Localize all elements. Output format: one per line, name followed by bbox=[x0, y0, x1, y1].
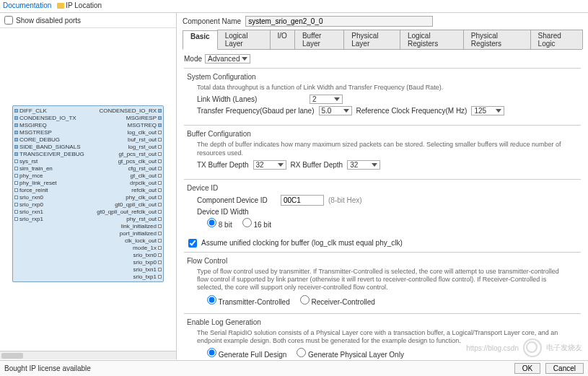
port-msgtreq[interactable]: MSGTREQ bbox=[128, 122, 162, 128]
ok-button[interactable]: OK bbox=[514, 363, 540, 374]
port-refclk_out[interactable]: refclk_out bbox=[131, 187, 162, 193]
left-pane: Show disabled ports DIFF_CLKCONDENSED_IO… bbox=[0, 13, 177, 359]
port-cfg_rst_out[interactable]: cfg_rst_out bbox=[128, 165, 162, 172]
gen-full-radio[interactable]: Generate Full Design bbox=[207, 348, 286, 359]
license-status: Bought IP license available bbox=[4, 364, 91, 372]
flow-tx-radio[interactable]: Transmitter-Controlled bbox=[207, 295, 290, 306]
device-id-title: Device ID bbox=[187, 184, 578, 192]
port-srio_rxn0[interactable]: srio_rxn0 bbox=[14, 194, 43, 201]
component-name-field[interactable] bbox=[245, 16, 433, 27]
port-side_band_signals[interactable]: SIDE_BAND_SIGNALS bbox=[14, 144, 80, 150]
documentation-link[interactable]: Documentation bbox=[3, 1, 51, 11]
port-core_debug[interactable]: CORE_DEBUG bbox=[14, 136, 60, 143]
gen-phys-radio[interactable]: Generate Physical Layer Only bbox=[297, 348, 404, 359]
port-log_clk_out[interactable]: log_clk_out bbox=[128, 129, 162, 136]
show-disabled-label: Show disabled ports bbox=[16, 17, 81, 25]
port-srio_rxp0[interactable]: srio_rxp0 bbox=[14, 201, 43, 208]
device-width-8bit[interactable]: 8 bit bbox=[207, 218, 232, 229]
unified-clocking-checkbox[interactable] bbox=[188, 239, 197, 248]
device-id-hint: (8-bit Hex) bbox=[328, 196, 362, 204]
system-config-desc: Total data throughput is a function of L… bbox=[197, 84, 578, 92]
tab-shared-logic[interactable]: Shared Logic bbox=[530, 30, 583, 49]
port-srio_rxp1[interactable]: srio_rxp1 bbox=[14, 216, 43, 222]
ip-block: DIFF_CLKCONDENSED_IO_TXMSGIREQMSGTRESPCO… bbox=[12, 105, 164, 282]
port-sim_train_en[interactable]: sim_train_en bbox=[14, 165, 53, 172]
right-pane: Component Name BasicLogical LayerI/OBuff… bbox=[177, 13, 588, 359]
ref-clk-select[interactable]: 125 bbox=[471, 106, 504, 115]
port-phy_link_reset[interactable]: phy_link_reset bbox=[14, 180, 57, 186]
tx-depth-select[interactable]: 32 bbox=[253, 160, 286, 170]
tab-i/o[interactable]: I/O bbox=[270, 30, 295, 49]
mode-select[interactable]: Advanced bbox=[205, 54, 250, 64]
tab-buffer-layer[interactable]: Buffer Layer bbox=[294, 30, 344, 49]
system-config-title: System Configuration bbox=[187, 73, 578, 81]
component-device-id-field[interactable] bbox=[281, 195, 324, 206]
port-transceiver_debug[interactable]: TRANSCEIVER_DEBUG bbox=[14, 151, 84, 157]
device-width-16bit[interactable]: 16 bit bbox=[242, 218, 271, 229]
folder-icon bbox=[57, 3, 64, 9]
port-gt_clk_out[interactable]: gt_clk_out bbox=[131, 172, 162, 179]
unified-clocking-label: Assume unified clocking for buffer (log_… bbox=[201, 239, 403, 247]
port-condensed_io_rx[interactable]: CONDENSED_IO_RX bbox=[99, 108, 162, 114]
left-scrollbar[interactable] bbox=[0, 351, 176, 359]
port-srio_rxn1[interactable]: srio_rxn1 bbox=[14, 209, 43, 215]
mode-label: Mode bbox=[184, 55, 202, 63]
chevron-down-icon bbox=[242, 57, 247, 61]
port-msgireq[interactable]: MSGIREQ bbox=[14, 122, 47, 128]
tab-basic[interactable]: Basic bbox=[183, 30, 218, 50]
component-device-id-label: Component Device ID bbox=[197, 196, 276, 204]
footer-bar: Bought IP license available OK Cancel bbox=[0, 360, 588, 376]
rx-depth-select[interactable]: 32 bbox=[347, 160, 380, 170]
tab-logical-layer[interactable]: Logical Layer bbox=[217, 30, 271, 49]
port-link_initialized[interactable]: link_initialized bbox=[121, 223, 162, 229]
chevron-down-icon bbox=[278, 163, 284, 167]
link-width-select[interactable]: 2 bbox=[310, 95, 343, 104]
port-log_rst_out[interactable]: log_rst_out bbox=[128, 144, 162, 150]
port-sys_rst[interactable]: sys_rst bbox=[14, 158, 38, 165]
port-phy_clk_out[interactable]: phy_clk_out bbox=[126, 194, 162, 201]
port-srio_txn0[interactable]: srio_txn0 bbox=[133, 252, 162, 258]
chevron-down-icon bbox=[343, 109, 349, 113]
tab-physical-registers[interactable]: Physical Registers bbox=[463, 30, 531, 49]
flow-rx-radio[interactable]: Receiver-Controlled bbox=[300, 295, 375, 306]
port-clk_lock_out[interactable]: clk_lock_out bbox=[125, 237, 162, 244]
cancel-button[interactable]: Cancel bbox=[545, 363, 584, 374]
tab-physical-layer[interactable]: Physical Layer bbox=[343, 30, 400, 49]
port-phy_rst_out[interactable]: phy_rst_out bbox=[126, 216, 162, 222]
port-mode_1x[interactable]: mode_1x bbox=[133, 245, 162, 251]
component-name-label: Component Name bbox=[183, 17, 241, 25]
port-diff_clk[interactable]: DIFF_CLK bbox=[14, 108, 47, 114]
rx-depth-label: RX Buffer Depth bbox=[291, 161, 343, 169]
port-condensed_io_tx[interactable]: CONDENSED_IO_TX bbox=[14, 115, 76, 121]
watermark: https://blog.csdn 电子发烧友 bbox=[466, 338, 582, 357]
link-width-label: Link Width (Lanes) bbox=[197, 95, 305, 103]
buffer-config-desc: The depth of buffer indicates how many m… bbox=[197, 141, 578, 157]
tx-depth-label: TX Buffer Depth bbox=[197, 161, 249, 169]
port-gt0_qpll_clk_out[interactable]: gt0_qpll_clk_out bbox=[115, 201, 162, 208]
port-srio_txp0[interactable]: srio_txp0 bbox=[133, 259, 162, 266]
tab-logical-registers[interactable]: Logical Registers bbox=[400, 30, 464, 49]
port-gt0_qpll_out_refclk_out[interactable]: gt0_qpll_out_refclk_out bbox=[97, 209, 162, 215]
port-msgiresp[interactable]: MSGIRESP bbox=[126, 115, 162, 121]
log-gen-title: Enable Log Generation bbox=[187, 318, 578, 326]
port-msgtresp[interactable]: MSGTRESP bbox=[14, 129, 52, 136]
port-srio_txp1[interactable]: srio_txp1 bbox=[133, 274, 162, 280]
chevron-down-icon bbox=[372, 163, 377, 167]
block-diagram-canvas[interactable]: DIFF_CLKCONDENSED_IO_TXMSGIREQMSGTRESPCO… bbox=[0, 28, 176, 359]
transfer-freq-label: Transfer Frequency(Gbaud per lane) bbox=[197, 107, 315, 115]
port-phy_mce[interactable]: phy_mce bbox=[14, 172, 43, 179]
port-gt_pcs_rst_out[interactable]: gt_pcs_rst_out bbox=[119, 151, 162, 157]
show-disabled-checkbox[interactable] bbox=[4, 16, 13, 25]
transfer-freq-select[interactable]: 5.0 bbox=[319, 106, 352, 115]
buffer-config-title: Buffer Configuration bbox=[187, 130, 578, 138]
port-force_reinit[interactable]: force_reinit bbox=[14, 187, 48, 193]
port-srio_txn1[interactable]: srio_txn1 bbox=[133, 266, 162, 273]
port-port_initialized[interactable]: port_initialized bbox=[120, 230, 162, 237]
chevron-down-icon bbox=[334, 97, 340, 101]
ip-location-link[interactable]: IP Location bbox=[57, 1, 102, 11]
flow-control-title: Flow Control bbox=[187, 257, 578, 265]
device-id-width-label: Device ID Width bbox=[197, 208, 249, 216]
port-gt_pcs_clk_out[interactable]: gt_pcs_clk_out bbox=[118, 158, 162, 165]
port-drpclk_out[interactable]: drpclk_out bbox=[130, 180, 162, 186]
port-buf_rst_out[interactable]: buf_rst_out bbox=[128, 136, 162, 143]
